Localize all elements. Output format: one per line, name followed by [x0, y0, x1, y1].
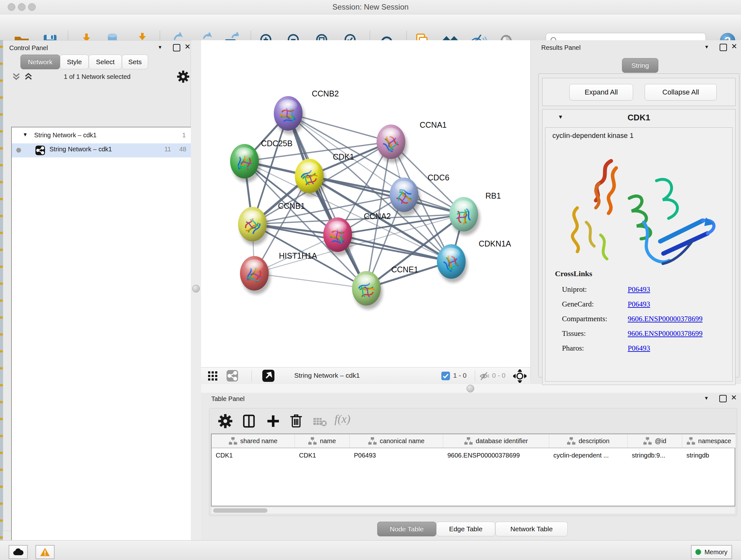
graph-node-CDK1[interactable] — [295, 159, 326, 197]
crosslink-value-link[interactable]: 9606.ENSP00000378699 — [628, 315, 703, 323]
tab-select[interactable]: Select — [89, 55, 122, 69]
network-node-count: 11 — [164, 145, 171, 153]
hidden-count: 0 - 0 — [492, 372, 506, 379]
control-panel-close-icon[interactable]: ✕ — [185, 43, 191, 51]
graph-node-RB1[interactable] — [449, 197, 480, 235]
tab-style[interactable]: Style — [60, 55, 89, 69]
string-network-icon — [36, 145, 45, 155]
expand-all-button[interactable]: Expand All — [569, 84, 633, 101]
results-panel-maximize-icon[interactable] — [720, 44, 727, 51]
section-title: CDK1 — [542, 113, 735, 123]
cloud-icon — [13, 548, 23, 556]
horizontal-splitter[interactable] — [201, 384, 741, 393]
function-builder-icon: f(x) — [334, 412, 350, 426]
column-type-icon — [643, 437, 652, 445]
network-options-gear-icon[interactable] — [177, 71, 189, 83]
control-panel-maximize-icon[interactable] — [173, 44, 180, 51]
column-type-icon — [308, 437, 317, 445]
collapse-all-button[interactable]: Collapse All — [645, 84, 717, 101]
column-header-namespace[interactable]: namespace — [682, 434, 736, 448]
table-cell[interactable]: CDK1 — [295, 448, 350, 462]
column-header-database-identifier[interactable]: database identifier — [443, 434, 549, 448]
show-columns-icon[interactable] — [242, 414, 256, 428]
splitter-handle[interactable] — [467, 385, 474, 392]
graph-node-CDKN1A[interactable] — [437, 244, 468, 283]
delete-column-icon[interactable] — [289, 414, 303, 428]
splitter-handle[interactable] — [192, 285, 200, 293]
results-panel-float-icon[interactable]: ▼ — [704, 44, 709, 50]
tree-expander-icon[interactable]: ▼ — [23, 132, 28, 138]
crosslink-label: Compartments: — [562, 315, 607, 323]
tab-network[interactable]: Network — [20, 55, 60, 69]
column-type-icon — [368, 437, 377, 445]
network-selected-summary: 1 of 1 Network selected — [3, 73, 191, 80]
hidden-eye-slash-icon — [479, 371, 489, 381]
graph-node-label: CDC25B — [261, 139, 293, 148]
crosslink-value-link[interactable]: P06493 — [628, 286, 650, 294]
string-style-icon[interactable] — [226, 370, 238, 381]
column-header-shared-name[interactable]: shared name — [212, 434, 295, 448]
network-view-title: String Network – cdk1 — [294, 372, 360, 379]
cloud-status-button[interactable] — [9, 545, 28, 559]
table-cell[interactable]: 9606.ENSP00000378699 — [443, 448, 549, 462]
create-column-icon[interactable] — [266, 414, 280, 428]
crosslink-value-link[interactable]: P06493 — [628, 300, 650, 308]
open-in-window-icon[interactable] — [262, 370, 274, 382]
graph-node-CCNE1[interactable] — [352, 271, 383, 309]
results-panel-close-icon[interactable]: ✕ — [731, 42, 737, 51]
memory-label: Memory — [704, 549, 727, 556]
table-cell[interactable]: P06493 — [350, 448, 443, 462]
memory-button[interactable]: Memory — [691, 545, 732, 559]
tab-network-table[interactable]: Network Table — [495, 522, 568, 537]
tab-string-results[interactable]: String — [622, 58, 658, 73]
warnings-button[interactable] — [36, 545, 55, 559]
table-cell[interactable]: CDK1 — [212, 448, 295, 462]
crosslinks-title: CrossLinks — [555, 269, 592, 278]
fit-selected-crosshair-icon[interactable] — [513, 369, 527, 383]
crosslink-value-link[interactable]: P06493 — [628, 344, 650, 353]
network-graph[interactable]: CCNB2CCNA1CDC25BCDK1CDC6RB1CCNB1CCNA2CDK… — [201, 40, 530, 367]
table-cell[interactable]: stringdb — [682, 448, 736, 462]
current-network-dot-icon — [16, 148, 21, 152]
network-tree-root-row[interactable]: ▼ String Network – cdk1 1 — [12, 129, 192, 143]
table-cell[interactable]: stringdb:9... — [628, 448, 682, 462]
control-panel-float-icon[interactable]: ▼ — [158, 44, 162, 50]
status-bar: Memory — [0, 540, 741, 560]
results-panel-title: Results Panel — [541, 44, 581, 51]
graph-node-CCNA2[interactable] — [323, 217, 354, 256]
table-options-gear-icon[interactable] — [218, 414, 232, 428]
crosslink-label: GeneCard: — [562, 300, 594, 308]
table-hscrollbar-track[interactable] — [211, 507, 735, 514]
graph-node-CCNB2[interactable] — [274, 96, 305, 134]
column-header-label: shared name — [240, 437, 278, 445]
table-panel-close-icon[interactable]: ✕ — [731, 393, 737, 402]
footer-separator — [252, 370, 252, 381]
selected-checkbox-icon[interactable] — [441, 372, 450, 380]
graph-node-label: CCNB2 — [312, 89, 339, 98]
birdseye-grid-icon[interactable] — [208, 371, 218, 381]
graph-node-label: RB1 — [485, 191, 501, 200]
table-panel-float-icon[interactable]: ▼ — [704, 395, 709, 401]
graph-node-label: CCNA2 — [364, 212, 391, 221]
graph-node-HIST1H1A[interactable] — [240, 256, 271, 294]
table-hscrollbar-thumb[interactable] — [213, 508, 267, 513]
table-cell[interactable]: cyclin-dependent ... — [549, 448, 628, 462]
warning-icon — [40, 548, 50, 557]
network-view-toolbar: String Network – cdk1 1 - 0 0 - 0 — [201, 367, 530, 384]
network-tree-selected-row[interactable]: String Network – cdk1 11 48 — [12, 143, 192, 158]
vertical-splitter[interactable] — [191, 40, 201, 540]
column-header--id[interactable]: @id — [628, 434, 682, 448]
network-label: String Network – cdk1 — [50, 145, 112, 153]
tab-edge-table[interactable]: Edge Table — [436, 522, 495, 537]
column-header-label: name — [320, 437, 336, 445]
graph-node-label: CDK1 — [333, 152, 354, 161]
column-header-canonical-name[interactable]: canonical name — [350, 434, 443, 448]
column-header-description[interactable]: description — [549, 434, 628, 448]
title-bar: Session: New Session — [0, 0, 741, 14]
tab-sets[interactable]: Sets — [122, 55, 148, 69]
column-header-name[interactable]: name — [295, 434, 350, 448]
tab-node-table[interactable]: Node Table — [377, 522, 436, 537]
graph-node-CCNA1[interactable] — [377, 125, 407, 163]
crosslink-value-link[interactable]: 9606.ENSP00000378699 — [628, 329, 703, 338]
table-panel-maximize-icon[interactable] — [719, 395, 727, 402]
